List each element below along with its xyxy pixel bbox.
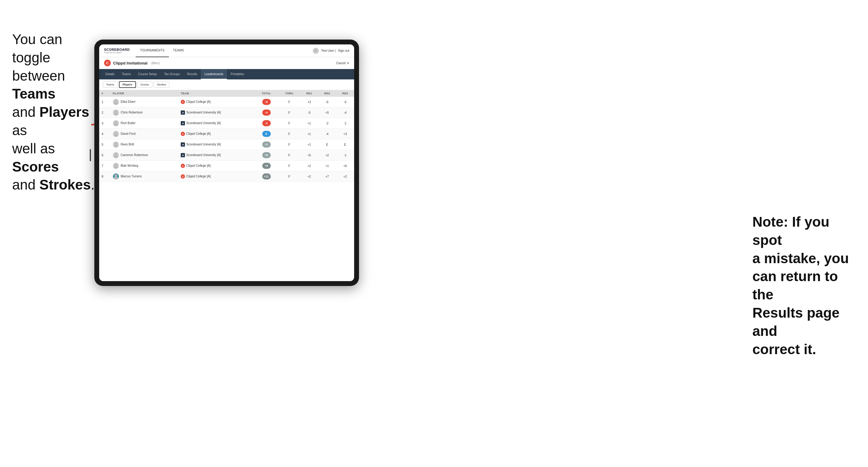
player-avatar: [113, 120, 119, 126]
toggle-teams-button[interactable]: Teams: [103, 82, 118, 88]
leaderboard-table-container: # PLAYER TEAM TOTAL THRU RD1 RD2 RD3 1El…: [99, 90, 354, 281]
cell-rd1: +2: [300, 171, 318, 182]
cell-player: Elliot Ebert: [111, 97, 179, 107]
team-name: Scoreboard University [A]: [186, 153, 221, 157]
cell-thru: F: [278, 107, 300, 118]
team-name: Scoreboard University [A]: [186, 143, 221, 146]
cell-rd3: +6: [336, 161, 354, 171]
team-logo: ■: [181, 153, 185, 157]
cell-rd1: +1: [300, 129, 318, 139]
cell-total: +1: [254, 139, 278, 150]
cell-rd1: +3: [300, 97, 318, 107]
tab-tee-groups[interactable]: Tee Groups: [160, 69, 183, 80]
col-rd1: RD1: [300, 90, 318, 97]
tournament-header: C Clippd Invitational (Men) Cancel ✕: [99, 57, 354, 69]
cell-rank: 1: [99, 97, 111, 107]
cell-rd2: +5: [318, 107, 336, 118]
team-name: Clippd College [A]: [186, 175, 211, 178]
table-row: 6Cameron Robertson■Scoreboard University…: [99, 150, 354, 161]
col-rd3: RD3: [336, 90, 354, 97]
cell-rd3: +2: [336, 171, 354, 182]
player-name: Elliot Ebert: [121, 100, 135, 103]
score-badge: -2: [262, 120, 271, 126]
sign-out-link[interactable]: Sign out: [338, 49, 349, 52]
tab-teams[interactable]: Teams: [118, 69, 134, 80]
leaderboard-table: # PLAYER TEAM TOTAL THRU RD1 RD2 RD3 1El…: [99, 90, 354, 182]
table-row: 1Elliot EbertCClippd College [A]-8F+3-6-…: [99, 97, 354, 107]
player-avatar: [113, 99, 119, 105]
cell-rd1: -5: [300, 107, 318, 118]
cell-rd1: +2: [300, 161, 318, 171]
tab-details[interactable]: Details: [102, 69, 118, 80]
tournament-name: Clippd Invitational: [113, 61, 148, 65]
logo-area: SCOREBOARD Powered by clippd: [104, 48, 130, 54]
team-logo: C: [181, 100, 185, 104]
svg-point-2: [114, 102, 118, 105]
toggle-scores-button[interactable]: Scores: [137, 82, 152, 88]
table-row: 5Rees Britt■Scoreboard University [A]+1F…: [99, 139, 354, 150]
cell-total: E: [254, 129, 278, 139]
score-badge: +11: [262, 174, 271, 180]
table-row: 8Marcus TurnersCClippd College [A]+11F+2…: [99, 171, 354, 182]
cell-player: Rich Butler: [111, 118, 179, 129]
cell-rank: 2: [99, 107, 111, 118]
svg-point-14: [114, 166, 118, 169]
cell-player: Marcus Turners: [111, 171, 179, 182]
cell-rd1: +1: [300, 139, 318, 150]
right-annotation: Note: If you spot a mistake, you can ret…: [752, 213, 856, 359]
svg-point-15: [115, 174, 117, 177]
svg-point-8: [114, 134, 118, 137]
player-avatar: [113, 131, 119, 137]
nav-tournaments[interactable]: TOURNAMENTS: [136, 44, 168, 57]
cell-team: ■Scoreboard University [A]: [178, 139, 254, 150]
table-row: 4David FordCClippd College [A]EF+1-4+3: [99, 129, 354, 139]
cell-rd1: +1: [300, 118, 318, 129]
team-logo: C: [181, 132, 185, 136]
table-row: 3Rich Butler■Scoreboard University [A]-2…: [99, 118, 354, 129]
tab-results[interactable]: Results: [183, 69, 201, 80]
col-team: TEAM: [178, 90, 254, 97]
sub-toggle-bar: Teams Players Scores Strokes: [99, 80, 354, 90]
cell-thru: F: [278, 97, 300, 107]
toggle-strokes-button[interactable]: Strokes: [154, 82, 170, 88]
top-nav: SCOREBOARD Powered by clippd TOURNAMENTS…: [99, 44, 354, 57]
svg-point-10: [114, 145, 118, 148]
svg-point-5: [115, 121, 117, 124]
user-area: U Test User | Sign out: [313, 48, 349, 54]
score-badge: +8: [262, 163, 271, 169]
cell-team: ■Scoreboard University [A]: [178, 118, 254, 129]
table-body: 1Elliot EbertCClippd College [A]-8F+3-6-…: [99, 97, 354, 182]
cell-rd2: +1: [318, 161, 336, 171]
svg-point-9: [115, 143, 117, 145]
tab-leaderboards[interactable]: Leaderboards: [201, 69, 227, 80]
toggle-players-button[interactable]: Players: [119, 81, 136, 88]
tournament-logo: C: [104, 60, 111, 66]
team-name: Clippd College [A]: [186, 164, 211, 167]
logo-sub: Powered by clippd: [104, 52, 130, 54]
player-name: Chris Robertson: [121, 111, 143, 114]
team-logo: ■: [181, 143, 185, 147]
tournament-title-area: C Clippd Invitational (Men): [104, 60, 160, 66]
player-name: Rees Britt: [121, 143, 134, 146]
cell-rank: 6: [99, 150, 111, 161]
player-name: Cameron Robertson: [121, 153, 148, 157]
cell-rd3: +3: [336, 129, 354, 139]
tab-bar: Details Teams Course Setup Tee Groups Re…: [99, 69, 354, 80]
tab-printables[interactable]: Printables: [227, 69, 248, 80]
cell-rd3: E: [336, 139, 354, 150]
user-avatar: U: [313, 48, 319, 54]
cancel-button[interactable]: Cancel ✕: [336, 61, 349, 65]
user-name: Test User |: [321, 49, 336, 52]
cell-rd1: +5: [300, 150, 318, 161]
cell-player: Chris Robertson: [111, 107, 179, 118]
col-rd2: RD2: [318, 90, 336, 97]
team-name: Scoreboard University [A]: [186, 111, 221, 114]
tab-course-setup[interactable]: Course Setup: [134, 69, 160, 80]
player-name: Rich Butler: [121, 121, 136, 125]
col-total: TOTAL: [254, 90, 278, 97]
cell-team: CClippd College [A]: [178, 161, 254, 171]
player-name: David Ford: [121, 132, 136, 135]
nav-teams[interactable]: TEAMS: [169, 44, 188, 57]
cell-rd3: -1: [336, 150, 354, 161]
table-row: 7Blair McHargCClippd College [A]+8F+2+1+…: [99, 161, 354, 171]
